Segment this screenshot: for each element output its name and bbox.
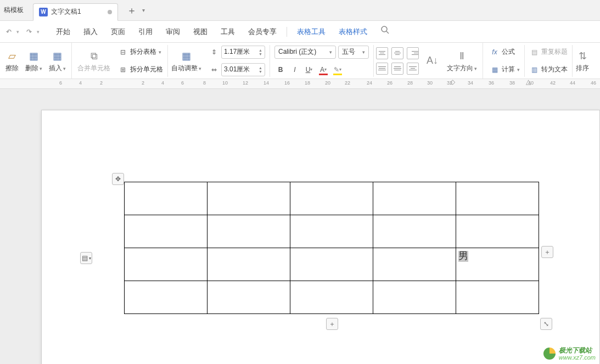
font-family-dropdown[interactable]: Calibri (正文) ▾ <box>274 46 336 59</box>
table-cell[interactable] <box>208 182 290 215</box>
merge-cells-icon: ⧉ <box>91 48 98 64</box>
table-cell[interactable] <box>290 182 373 215</box>
search-button[interactable] <box>374 21 396 43</box>
menu-tools[interactable]: 工具 <box>214 21 242 43</box>
table-cell[interactable] <box>373 182 456 215</box>
menu-review[interactable]: 审阅 <box>159 21 187 43</box>
stepper-arrows-icon[interactable]: ▲▼ <box>259 66 262 74</box>
repeat-header-button[interactable]: ▤重复标题 <box>529 45 568 59</box>
table-cell[interactable] <box>208 248 290 281</box>
to-text-button[interactable]: ▥转为文本 <box>529 63 568 77</box>
right-indent-marker[interactable]: ◇ <box>450 79 455 86</box>
undo-dropdown-icon[interactable]: ▾ <box>16 29 19 35</box>
sort-group[interactable]: ⇅ 排序 <box>573 43 592 79</box>
undo-button[interactable]: ↶ <box>3 26 14 37</box>
table-cell[interactable] <box>125 248 208 281</box>
font-color-button[interactable]: A▾ <box>317 64 329 76</box>
chevron-down-icon: ▾ <box>199 66 201 71</box>
to-text-icon: ▥ <box>529 65 539 75</box>
col-width-input[interactable]: 3.01厘米 ▲▼ <box>221 63 265 76</box>
row-height-input[interactable]: 1.17厘米 ▲▼ <box>221 46 265 59</box>
menu-view[interactable]: 视图 <box>187 21 214 43</box>
ruler-tick: 38 <box>509 80 515 86</box>
table-cell[interactable] <box>456 281 539 314</box>
add-column-button[interactable]: ＋ <box>541 246 553 258</box>
align-bottom-right[interactable] <box>407 63 419 75</box>
redo-dropdown-icon[interactable]: ▾ <box>37 29 40 35</box>
merge-cells-group[interactable]: ⧉ 合并单元格 <box>74 43 114 79</box>
underline-button[interactable]: U▾ <box>303 64 315 76</box>
table-container: 男 <box>124 182 539 314</box>
sort-icon: ⇅ <box>579 48 587 64</box>
insert-group[interactable]: ▦ 插入▾ <box>46 43 72 79</box>
highlight-color-button[interactable]: ✎▾ <box>332 64 344 76</box>
document-table[interactable]: 男 <box>124 182 539 314</box>
menu-page[interactable]: 页面 <box>104 21 132 43</box>
align-top-left[interactable] <box>376 47 388 59</box>
ruler-tick: 12 <box>243 80 248 86</box>
close-tab-icon[interactable] <box>108 10 112 14</box>
table-cell[interactable] <box>290 215 373 248</box>
table-cell[interactable] <box>456 182 539 215</box>
split-table-button[interactable]: ⊟ 拆分表格 ▾ <box>118 45 163 59</box>
formula-button[interactable]: fx公式 <box>490 45 520 59</box>
table-cell[interactable] <box>290 248 373 281</box>
new-tab-button[interactable]: ＋ <box>124 4 140 17</box>
menu-start[interactable]: 开始 <box>49 21 77 43</box>
redo-button[interactable]: ↷ <box>24 26 35 37</box>
paste-options-button[interactable]: ▤▾ <box>80 252 92 264</box>
menu-ref[interactable]: 引用 <box>132 21 159 43</box>
table-cell[interactable] <box>125 182 208 215</box>
text-direction-group[interactable]: Ⅱ 文字方向▾ <box>444 43 483 79</box>
table-cell[interactable] <box>125 215 208 248</box>
text-direction-label: 文字方向 <box>447 64 473 73</box>
align-top-center[interactable] <box>391 47 403 59</box>
ruler-tick: 24 <box>367 80 372 86</box>
table-cell[interactable] <box>208 281 290 314</box>
table-cell[interactable] <box>290 281 373 314</box>
menu-table-tools[interactable]: 表格工具 <box>290 21 332 43</box>
ruler-tick: 14 <box>263 80 269 86</box>
delete-group[interactable]: ▦ 删除▾ <box>22 43 46 79</box>
table-cell[interactable] <box>125 281 208 314</box>
autofit-group[interactable]: ▦ 自动调整▾ <box>168 43 205 79</box>
template-tab-label: 稿模板 <box>4 5 24 15</box>
split-cells-label: 拆分单元格 <box>130 65 163 74</box>
table-resize-handle[interactable]: ⤡ <box>540 318 552 330</box>
horizontal-ruler[interactable]: 6422468101214161820222426283032343638404… <box>0 79 600 89</box>
sort-az-icon: A↓ <box>427 53 438 69</box>
table-cell[interactable] <box>373 281 456 314</box>
template-tab[interactable]: 稿模板 <box>0 3 31 18</box>
italic-button[interactable]: I <box>289 64 301 76</box>
table-cell[interactable] <box>208 215 290 248</box>
bold-button[interactable]: B <box>274 64 287 76</box>
new-tab-dropdown-icon[interactable]: ▾ <box>140 7 147 13</box>
ruler-tick: 6 <box>59 80 62 86</box>
menu-member[interactable]: 会员专享 <box>242 21 283 43</box>
word-doc-icon: W <box>39 8 48 16</box>
menu-insert[interactable]: 插入 <box>77 21 104 43</box>
add-row-button[interactable]: ＋ <box>326 318 338 330</box>
table-cell[interactable]: 男 <box>456 248 539 281</box>
page[interactable]: ✥ 男 ▤▾ ＋ ＋ ⤡ <box>41 110 600 364</box>
table-move-handle[interactable]: ✥ <box>112 173 124 185</box>
menu-table-style[interactable]: 表格样式 <box>332 21 374 43</box>
margin-marker[interactable]: △ <box>526 79 531 86</box>
table-cell[interactable] <box>456 215 539 248</box>
align-bottom-left[interactable] <box>376 63 388 75</box>
table-cell[interactable] <box>373 215 456 248</box>
stepper-arrows-icon[interactable]: ▲▼ <box>259 48 262 56</box>
align-bottom-center[interactable] <box>391 63 403 75</box>
to-text-label: 转为文本 <box>541 65 568 74</box>
repeat-header-label: 重复标题 <box>541 47 568 57</box>
calc-button[interactable]: ▦计算▾ <box>490 63 520 77</box>
align-top-right[interactable] <box>407 47 419 59</box>
split-cells-button[interactable]: ⊞ 拆分单元格 <box>118 63 163 77</box>
sort-az-group[interactable]: A↓ <box>421 53 444 69</box>
table-cell[interactable] <box>373 248 456 281</box>
document-tab[interactable]: W 文字文稿1 <box>33 3 118 21</box>
sort-label: 排序 <box>576 64 589 73</box>
font-size-dropdown[interactable]: 五号 ▾ <box>338 46 369 59</box>
col-width-icon: ⇔ <box>209 65 219 75</box>
erase-group[interactable]: ▱ 擦除 <box>2 43 22 79</box>
